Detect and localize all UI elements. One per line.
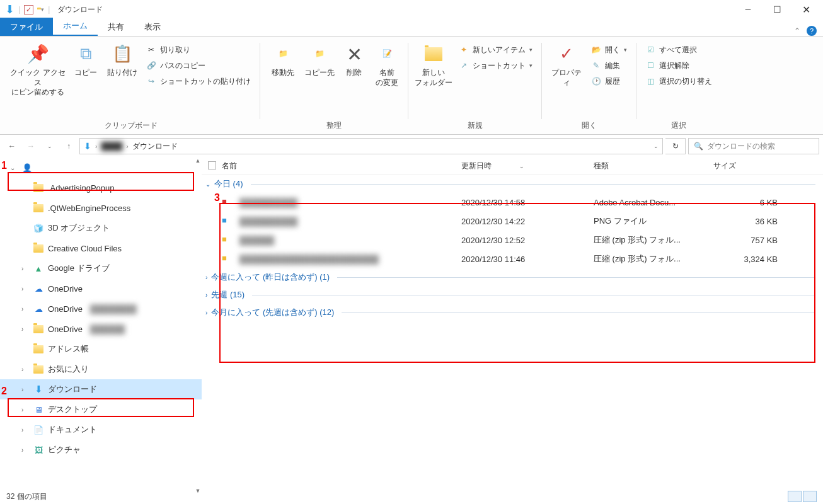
status-bar: 32 個の項目 <box>0 489 823 504</box>
status-text: 32 個の項目 <box>6 491 47 502</box>
qat-checkbox-icon[interactable]: ✓ <box>24 5 33 14</box>
window-title: ダウンロード <box>52 4 103 15</box>
group-thisweek[interactable]: ›今週に入って (昨日は含めず) (1) <box>202 268 823 286</box>
tree-item[interactable]: ›📄ドキュメント <box>0 420 202 440</box>
tree-item[interactable]: ›お気に入り <box>0 359 202 379</box>
annotation-1: 1 <box>1 160 7 171</box>
col-name[interactable]: 名前 <box>222 161 461 171</box>
qat-dropdown-icon[interactable]: ▾ <box>41 6 44 13</box>
tab-file[interactable]: ファイル <box>0 18 53 36</box>
tree-item[interactable]: 🧊3D オブジェクト <box>0 218 202 238</box>
breadcrumb-user[interactable]: ████ <box>101 142 122 151</box>
addr-dropdown-icon[interactable]: ⌄ <box>653 143 659 149</box>
tree-user[interactable]: ⌄👤 <box>0 158 202 178</box>
tab-view[interactable]: 表示 <box>134 18 171 36</box>
paste-button[interactable]: 📋 貼り付け <box>103 42 141 79</box>
rename-button[interactable]: 📝名前 の変更 <box>371 42 403 89</box>
history-button[interactable]: 🕑履歴 <box>587 74 631 89</box>
group-today[interactable]: ⌄今日 (4) <box>202 175 823 193</box>
minimize-button[interactable]: ─ <box>734 0 763 19</box>
qat-download-icon: ⬇ <box>5 3 14 16</box>
address-box[interactable]: ⬇ › ████ › ダウンロード ⌄ <box>79 138 663 154</box>
nav-pane: ⌄👤 .AdvertisingPopup .QtWebEngineProcess… <box>0 158 202 498</box>
file-list: 名前 更新日時⌄ 種類 サイズ ⌄今日 (4) ■██████████2020/… <box>202 158 823 498</box>
group-clipboard-label: クリップボード <box>105 118 158 134</box>
group-open-label: 開く <box>582 118 597 134</box>
tree-item[interactable]: ›🖥デスクトップ <box>0 399 202 420</box>
tree-item[interactable]: ›OneDrive██████ <box>0 319 202 339</box>
search-placeholder: ダウンロードの検索 <box>707 141 775 152</box>
tree-item[interactable]: ›☁OneDrive████████ <box>0 299 202 319</box>
help-icon[interactable]: ? <box>807 26 817 36</box>
file-row[interactable]: ■██████2020/12/30 12:52圧縮 (zip 形式) フォル..… <box>202 231 823 249</box>
ribbon-collapse-icon[interactable]: ⌃ <box>794 26 800 35</box>
file-row[interactable]: ■████████████████████████2020/12/30 11:4… <box>202 249 823 268</box>
address-bar: ← → ⌄ ↑ ⬇ › ████ › ダウンロード ⌄ ↻ 🔍 ダウンロードの検… <box>0 135 823 158</box>
selectall-button[interactable]: ☑すべて選択 <box>642 43 716 57</box>
file-row[interactable]: ■██████████2020/12/30 14:58Adobe Acrobat… <box>202 193 823 212</box>
column-headers: 名前 更新日時⌄ 種類 サイズ <box>202 158 823 175</box>
annotation-3: 3 <box>214 192 220 203</box>
group-organize-label: 整理 <box>326 118 342 134</box>
close-button[interactable]: ✕ <box>791 0 820 19</box>
newitem-button[interactable]: ✦新しいアイテム▾ <box>455 43 536 57</box>
ribbon-tabs: ファイル ホーム 共有 表示 ⌃ ? <box>0 19 823 37</box>
copy-button[interactable]: ⧉ コピー <box>69 42 102 79</box>
nav-recent-button[interactable]: ⌄ <box>42 138 58 154</box>
pasteshortcut-button[interactable]: ↪ショートカットの貼り付け <box>142 74 255 89</box>
cut-button[interactable]: ✂切り取り <box>142 43 255 57</box>
title-bar: ⬇ | ✓ ▾ | ダウンロード ─ ☐ ✕ <box>0 0 823 19</box>
copyto-button[interactable]: 📁コピー先 <box>302 42 337 79</box>
ribbon: 📌 クイック アクセス にピン留めする ⧉ コピー 📋 貼り付け ✂切り取り 🔗… <box>0 37 823 135</box>
group-new-label: 新規 <box>468 118 483 134</box>
nav-up-button[interactable]: ↑ <box>60 138 77 154</box>
tree-item[interactable]: .QtWebEngineProcess <box>0 198 202 218</box>
moveto-button[interactable]: 📁移動先 <box>265 42 301 79</box>
open-button[interactable]: 📂開く▾ <box>587 43 631 57</box>
nav-scrollbar[interactable]: ▲ ▼ <box>194 158 202 498</box>
tree-item[interactable]: ›▲Google ドライブ <box>0 258 202 278</box>
tab-home[interactable]: ホーム <box>53 16 98 36</box>
col-size[interactable]: サイズ <box>713 161 783 171</box>
edit-button[interactable]: ✎編集 <box>587 59 631 73</box>
tab-share[interactable]: 共有 <box>98 18 134 36</box>
copypath-button[interactable]: 🔗パスのコピー <box>142 59 255 73</box>
search-input[interactable]: 🔍 ダウンロードの検索 <box>688 138 819 154</box>
col-date[interactable]: 更新日時⌄ <box>461 161 594 171</box>
qat-divider: | <box>18 5 20 14</box>
selectnone-button[interactable]: ☐選択解除 <box>642 59 716 73</box>
properties-button[interactable]: ✓プロパティ <box>547 42 586 89</box>
tree-item[interactable]: Creative Cloud Files <box>0 238 202 258</box>
nav-back-button[interactable]: ← <box>4 138 20 154</box>
file-row[interactable]: ■██████████2020/12/30 14:22PNG ファイル36 KB <box>202 212 823 231</box>
view-details-button[interactable] <box>788 491 802 502</box>
tree-item[interactable]: アドレス帳 <box>0 339 202 359</box>
tree-downloads[interactable]: ›⬇ダウンロード <box>0 379 202 399</box>
refresh-button[interactable]: ↻ <box>665 138 686 154</box>
newfolder-button[interactable]: 新しい フォルダー <box>413 42 454 89</box>
group-select-label: 選択 <box>671 118 686 134</box>
search-icon: 🔍 <box>694 142 703 151</box>
group-lastweek[interactable]: ›先週 (15) <box>202 286 823 304</box>
col-type[interactable]: 種類 <box>594 161 713 171</box>
shortcut-button[interactable]: ↗ショートカット▾ <box>455 59 536 73</box>
tree-item[interactable]: .AdvertisingPopup <box>0 178 202 198</box>
delete-button[interactable]: ✕削除 <box>338 42 370 79</box>
group-thismonth[interactable]: ›今月に入って (先週は含めず) (12) <box>202 304 823 321</box>
tree-item[interactable]: ›☁OneDrive <box>0 278 202 299</box>
selectinvert-button[interactable]: ◫選択の切り替え <box>642 74 716 89</box>
maximize-button[interactable]: ☐ <box>763 0 791 19</box>
annotation-2: 2 <box>1 386 7 397</box>
pin-quickaccess-button[interactable]: 📌 クイック アクセス にピン留めする <box>8 42 68 99</box>
breadcrumb-current[interactable]: ダウンロード <box>132 141 178 152</box>
view-icons-button[interactable] <box>803 491 817 502</box>
addr-dl-icon: ⬇ <box>84 141 91 151</box>
tree-item[interactable]: ›🖼ピクチャ <box>0 440 202 460</box>
nav-forward-button[interactable]: → <box>23 138 39 154</box>
select-all-checkbox[interactable] <box>208 161 216 169</box>
